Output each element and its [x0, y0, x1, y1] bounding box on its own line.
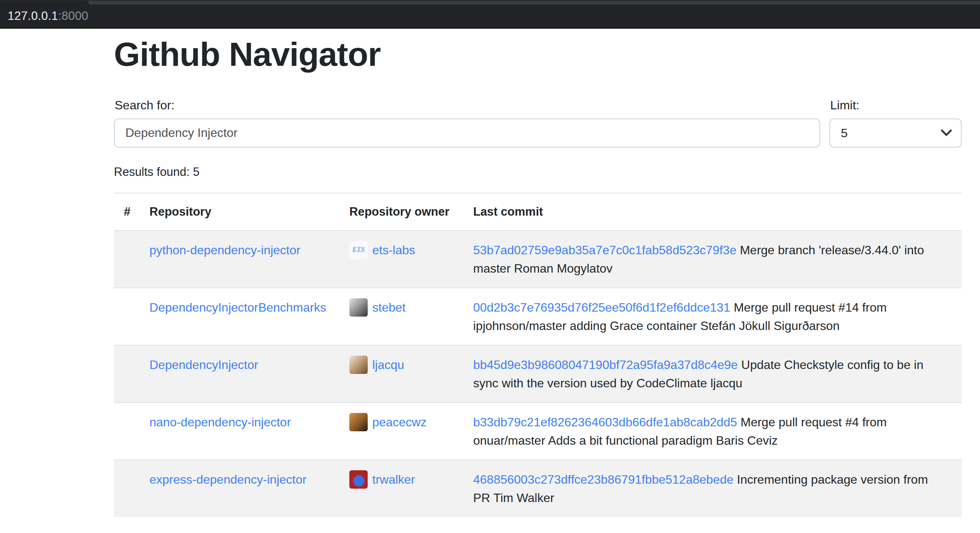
limit-select[interactable]: 5 [829, 119, 962, 148]
url-port: :8000 [58, 9, 88, 23]
commit-hash-link[interactable]: b33db79c21ef8262364603db66dfe1ab8cab2dd5 [473, 415, 737, 429]
repository-link[interactable]: nano-dependency-injector [149, 415, 291, 429]
commit-hash-link[interactable]: bb45d9e3b98608047190bf72a95fa9a37d8c4e9e [473, 358, 738, 372]
column-header-number: # [114, 193, 140, 231]
avatar-image [349, 298, 368, 317]
owner-cell: trwalker [349, 470, 449, 489]
repository-link[interactable]: DependencyInjector [149, 358, 258, 372]
browser-bar: 127.0.0.1:8000 [0, 0, 980, 29]
table-row: DependencyInjector ljacqu bb45d9e3b98608… [114, 345, 962, 403]
column-header-repository: Repository [140, 193, 339, 231]
repository-link[interactable]: DependencyInjectorBenchmarks [149, 301, 326, 314]
search-input[interactable] [114, 119, 820, 148]
search-group: Search for: [114, 98, 820, 148]
table-header-row: # Repository Repository owner Last commi… [114, 193, 962, 231]
commit-hash-link[interactable]: 468856003c273dffce23b86791fbbe512a8ebede [473, 473, 733, 486]
url-host: 127.0.0.1 [8, 9, 58, 23]
page-container: Github Navigator Search for: Limit: 5 Re… [114, 34, 962, 517]
table-row: express-dependency-injector trwalker 468… [114, 460, 962, 517]
row-number-cell [114, 231, 140, 288]
column-header-last-commit: Last commit [463, 193, 962, 231]
limit-label: Limit: [830, 98, 962, 112]
owner-cell: stebet [349, 298, 449, 317]
row-number-cell [114, 288, 140, 345]
owner-cell: ljacqu [349, 356, 449, 374]
table-row: nano-dependency-injector peacecwz b33db7… [114, 403, 962, 460]
avatar-image [349, 413, 368, 431]
owner-link[interactable]: stebet [372, 298, 406, 317]
browser-tab-strip [0, 0, 980, 5]
owner-cell: peacecwz [349, 413, 449, 431]
commit-hash-link[interactable]: 00d2b3c7e76935d76f25ee50f6d1f2ef6ddce131 [473, 301, 730, 314]
address-bar[interactable]: 127.0.0.1:8000 [8, 5, 88, 28]
results-summary: Results found: 5 [114, 165, 962, 179]
table-row: DependencyInjectorBenchmarks stebet 00d2… [114, 288, 962, 345]
search-form: Search for: Limit: 5 [114, 98, 962, 148]
owner-cell: ETS ets-labs [349, 241, 449, 259]
column-header-owner: Repository owner [339, 193, 463, 231]
avatar-image [349, 470, 368, 489]
row-number-cell [114, 460, 140, 517]
repositories-table: # Repository Repository owner Last commi… [114, 193, 962, 517]
commit-hash-link[interactable]: 53b7ad02759e9ab35a7e7c0c1fab58d523c79f3e [473, 243, 737, 257]
owner-link[interactable]: ljacqu [372, 356, 404, 374]
ets-logo-icon: ETS [352, 241, 365, 258]
avatar-image: ETS [349, 241, 368, 259]
repository-link[interactable]: express-dependency-injector [149, 473, 307, 486]
repository-link[interactable]: python-dependency-injector [149, 243, 300, 257]
row-number-cell [114, 345, 140, 403]
owner-link[interactable]: peacecwz [372, 413, 427, 431]
limit-group: Limit: 5 [829, 98, 962, 148]
owner-link[interactable]: trwalker [372, 470, 415, 489]
page-title: Github Navigator [114, 34, 962, 75]
search-label: Search for: [115, 98, 820, 112]
row-number-cell [114, 403, 140, 460]
avatar-image [349, 356, 368, 374]
table-row: python-dependency-injector ETS ets-labs … [114, 231, 962, 288]
owner-link[interactable]: ets-labs [372, 241, 415, 259]
